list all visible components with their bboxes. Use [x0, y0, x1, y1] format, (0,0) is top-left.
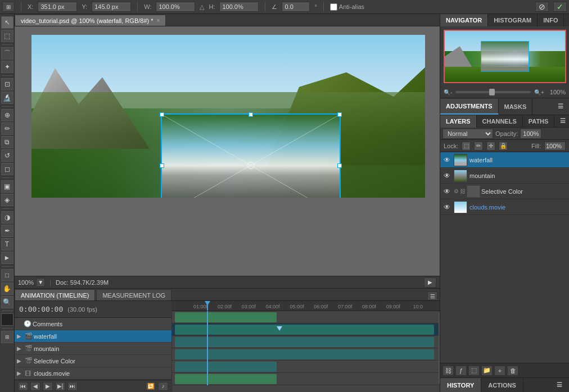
tab-paths[interactable]: PATHS: [523, 115, 555, 127]
tl-play-btn[interactable]: ▶: [43, 382, 53, 391]
tl-prev-frame-btn[interactable]: ◀: [30, 382, 40, 391]
adjustments-menu-btn[interactable]: ☰: [552, 99, 569, 115]
tab-measurement-log[interactable]: MEASUREMENT LOG: [96, 289, 171, 300]
cancel-transform-btn[interactable]: ⊘: [535, 2, 549, 12]
tab-info[interactable]: INFO: [538, 14, 564, 26]
tl-loop-btn[interactable]: 🔁: [146, 382, 156, 391]
transform-handle-tc[interactable]: [249, 112, 253, 117]
tab-channels[interactable]: CHANNELS: [477, 115, 523, 127]
toolbar-options-btn[interactable]: ⊞: [2, 2, 15, 12]
fill-input[interactable]: [544, 142, 566, 151]
tl-goto-start-btn[interactable]: ⏮: [18, 382, 28, 391]
blur-tool[interactable]: ◈: [1, 194, 13, 206]
eraser-tool[interactable]: ◻: [1, 163, 13, 175]
angle-input[interactable]: [282, 2, 310, 12]
eyedropper-tool[interactable]: 🔬: [1, 92, 13, 104]
tab-layers[interactable]: LAYERS: [440, 115, 477, 127]
opacity-input[interactable]: [520, 129, 541, 139]
zoom-slider-thumb[interactable]: [489, 89, 495, 95]
transform-handle-mr[interactable]: [337, 163, 342, 168]
timeline-layer-waterfall[interactable]: ▶ 🎬 waterfall: [15, 330, 171, 343]
transform-box[interactable]: [161, 113, 341, 198]
y-input[interactable]: [92, 2, 131, 12]
selective-expand[interactable]: ▶: [17, 358, 25, 364]
foreground-color[interactable]: [1, 313, 13, 326]
mountain-expand[interactable]: ▶: [17, 345, 25, 352]
healing-tool[interactable]: ⊕: [1, 109, 13, 121]
lock-position-btn[interactable]: ✛: [486, 142, 495, 151]
lasso-tool[interactable]: ⌒: [1, 47, 13, 60]
delete-layer-btn[interactable]: 🗑: [507, 366, 518, 376]
zoom-tool[interactable]: 🔍: [1, 296, 13, 308]
link-layers-btn[interactable]: ⛓: [442, 366, 454, 376]
transform-handle-ml[interactable]: [160, 163, 164, 168]
transform-handle-tr[interactable]: [337, 112, 342, 117]
pen-tool[interactable]: ✒: [1, 225, 13, 237]
tl-goto-end-btn[interactable]: ⏭: [67, 382, 78, 391]
x-input[interactable]: [38, 2, 77, 12]
tab-navigator[interactable]: NAVIGATOR: [440, 14, 488, 26]
tab-history[interactable]: HISTORY: [440, 378, 481, 393]
selective-visibility[interactable]: 👁: [442, 187, 451, 196]
tab-close-btn[interactable]: ×: [157, 17, 160, 24]
lock-all-btn[interactable]: 🔒: [499, 142, 508, 151]
confirm-transform-btn[interactable]: ✓: [553, 2, 567, 12]
move-tool[interactable]: ↖: [1, 16, 13, 29]
antialias-label[interactable]: Anti-alias: [330, 3, 364, 11]
panel-menu-btn[interactable]: ☰: [564, 14, 569, 26]
zoom-menu-btn[interactable]: ▼: [36, 278, 45, 287]
layers-menu-btn[interactable]: ☰: [554, 115, 569, 127]
timeline-layer-clouds[interactable]: ▶ 🎞 clouds.movie: [15, 367, 171, 380]
timeline-layer-mountain[interactable]: ▶ 🎬 mountain: [15, 343, 171, 355]
clouds-expand[interactable]: ▶: [17, 370, 25, 376]
layer-row-waterfall[interactable]: 👁 waterfall: [440, 152, 569, 168]
blend-mode-select[interactable]: Normal Multiply Screen: [442, 129, 493, 139]
new-group-btn[interactable]: 📁: [481, 366, 493, 376]
waterfall-expand[interactable]: ▶: [17, 333, 25, 339]
tracks-scrollbar[interactable]: [439, 313, 440, 384]
history-brush-tool[interactable]: ↺: [1, 149, 13, 162]
timeline-layer-selective[interactable]: ▶ 🎬 Selective Color: [15, 355, 171, 367]
add-style-btn[interactable]: ƒ: [455, 366, 467, 376]
antialias-checkbox[interactable]: [330, 3, 337, 11]
tab-histogram[interactable]: HISTOGRAM: [488, 14, 538, 26]
waterfall-visibility[interactable]: 👁: [442, 156, 451, 165]
brush-tool[interactable]: ✏: [1, 122, 13, 135]
zoom-slider[interactable]: [455, 91, 531, 93]
tab-animation-timeline[interactable]: ANIMATION (TIMELINE): [15, 289, 95, 300]
new-layer-btn[interactable]: +: [494, 366, 505, 376]
tab-adjustments[interactable]: ADJUSTMENTS: [440, 99, 499, 115]
w-input[interactable]: [156, 2, 195, 12]
clone-tool[interactable]: ⧉: [1, 136, 13, 148]
crop-tool[interactable]: ⊡: [1, 78, 13, 90]
selection-tool[interactable]: ⬚: [1, 30, 13, 42]
hand-tool[interactable]: ✋: [1, 282, 13, 295]
mountain-visibility[interactable]: 👁: [442, 171, 451, 180]
magic-wand-tool[interactable]: ✦: [1, 61, 13, 73]
clouds-visibility[interactable]: 👁: [442, 203, 451, 212]
h-input[interactable]: [219, 2, 259, 12]
lock-pixels-btn[interactable]: ✏: [474, 142, 483, 151]
tl-audio-btn[interactable]: ♪: [158, 382, 168, 391]
layer-row-clouds[interactable]: 👁 clouds.movie: [440, 199, 569, 215]
edit-mode-btn[interactable]: ⊞: [1, 331, 13, 343]
layer-row-mountain[interactable]: 👁 mountain: [440, 168, 569, 184]
timeline-layer-comments[interactable]: 🕐 Comments: [15, 318, 171, 330]
lock-transparency-btn[interactable]: ⬚: [462, 142, 471, 151]
dodge-tool[interactable]: ◑: [1, 211, 13, 224]
ruler-04: 04:00f: [266, 301, 280, 311]
tl-next-frame-btn[interactable]: ▶|: [55, 382, 65, 391]
timeline-advance-btn[interactable]: ▶: [424, 277, 436, 288]
type-tool[interactable]: T: [1, 238, 13, 250]
transform-handle-tl[interactable]: [160, 112, 164, 117]
tab-masks[interactable]: MASKS: [499, 99, 533, 115]
history-menu-btn[interactable]: ☰: [550, 378, 569, 393]
path-select-tool[interactable]: ►: [1, 252, 13, 264]
add-mask-btn[interactable]: ⬚: [468, 366, 480, 376]
tab-actions[interactable]: ACTIONS: [481, 378, 523, 393]
timeline-menu-btn[interactable]: ☰: [427, 291, 437, 300]
layer-row-selective[interactable]: 👁 ⚙ ⛓ Selective Color: [440, 184, 569, 199]
gradient-tool[interactable]: ▣: [1, 180, 13, 193]
shape-tool[interactable]: □: [1, 269, 13, 281]
document-tab[interactable]: video_tutorial.psd @ 100% (waterfall, RG…: [15, 15, 166, 26]
